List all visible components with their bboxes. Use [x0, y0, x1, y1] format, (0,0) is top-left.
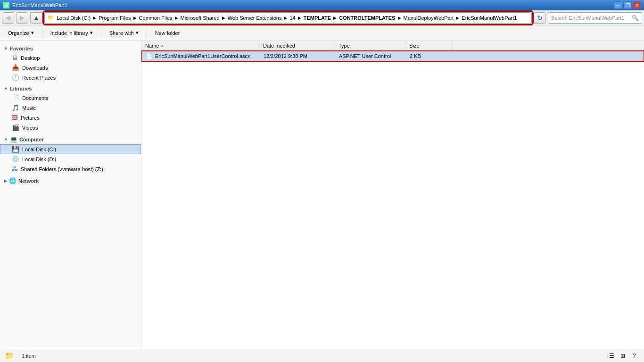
title-bar: 📁 EricSunManulWebPart1 ─ ❐ ✕ — [0, 0, 644, 10]
forward-button[interactable]: ▶ — [16, 12, 28, 24]
pictures-label: Pictures — [21, 115, 40, 121]
downloads-label: Downloads — [22, 65, 48, 71]
col-size-label: Size — [409, 43, 419, 49]
main-layout: ▼ Favorites 🖥 Desktop 📥 Downloads 🕐 Rece… — [0, 41, 644, 349]
status-item-count: 1 item — [22, 353, 36, 359]
network-arrow: ▶ — [4, 179, 7, 183]
col-header-size[interactable]: Size — [405, 41, 453, 50]
sidebar-item-local-d[interactable]: 💿 Local Disk (D:) — [0, 154, 141, 164]
restore-button[interactable]: ❐ — [623, 1, 632, 9]
network-section: ▶ 🌐 Network — [0, 176, 141, 186]
sidebar-item-documents[interactable]: 📄 Documents — [0, 93, 141, 103]
col-header-date[interactable]: Date modified — [259, 41, 335, 50]
sidebar-item-local-c[interactable]: 💾 Local Disk (C:) — [0, 144, 141, 154]
desktop-label: Desktop — [21, 55, 40, 61]
sidebar-item-downloads[interactable]: 📥 Downloads — [0, 63, 141, 73]
documents-icon: 📄 — [12, 94, 19, 101]
computer-header-label: Computer — [19, 137, 44, 142]
search-icon[interactable]: 🔍 — [632, 15, 639, 21]
file-date-cell: 12/2/2012 9:38 PM — [260, 52, 335, 60]
computer-header[interactable]: ▼ 💻 Computer — [0, 134, 141, 144]
sidebar-item-music[interactable]: 🎵 Music — [0, 103, 141, 113]
col-header-name[interactable]: Name ▲ — [141, 41, 259, 50]
computer-section: ▼ 💻 Computer 💾 Local Disk (C:) 💿 Local D… — [0, 134, 141, 174]
sidebar: ▼ Favorites 🖥 Desktop 📥 Downloads 🕐 Rece… — [0, 41, 141, 349]
favorites-header[interactable]: ▼ Favorites — [0, 44, 141, 53]
col-date-label: Date modified — [263, 43, 295, 49]
toolbar-separator-1 — [42, 28, 42, 38]
sidebar-item-recent[interactable]: 🕐 Recent Places — [0, 73, 141, 82]
music-icon: 🎵 — [12, 104, 19, 111]
include-label: Include in library — [50, 30, 88, 36]
organize-arrow: ▾ — [31, 30, 34, 36]
file-date-text: 12/2/2012 9:38 PM — [264, 53, 307, 59]
videos-icon: 🎬 — [12, 124, 19, 131]
status-bar: 📁 1 item ☰ ⊞ ? — [0, 349, 644, 362]
libraries-header-label: Libraries — [10, 86, 32, 91]
pictures-icon: 🖼 — [12, 114, 18, 121]
libraries-section: ▼ Libraries 📄 Documents 🎵 Music 🖼 Pictur… — [0, 84, 141, 132]
toolbar-separator-2 — [101, 28, 101, 38]
new-folder-button[interactable]: New folder — [151, 27, 184, 39]
libraries-arrow: ▼ — [4, 86, 8, 91]
include-library-button[interactable]: Include in library ▾ — [46, 27, 97, 39]
address-path[interactable]: 📁 Local Disk (C:)▶ Program Files▶ Common… — [44, 12, 532, 24]
refresh-button[interactable]: ↻ — [534, 12, 546, 24]
window-icon: 📁 — [3, 2, 9, 8]
close-button[interactable]: ✕ — [633, 1, 641, 9]
view-details-button[interactable]: ☰ — [606, 351, 617, 361]
view-controls: ☰ ⊞ ? — [606, 351, 639, 361]
shared-z-label: Shared Folders (\\vmware-host) (Z:) — [21, 166, 103, 172]
col-type-label: Type — [339, 43, 350, 49]
file-icon: 📄 — [146, 53, 153, 59]
col-name-label: Name — [145, 43, 159, 49]
window-title: EricSunManulWebPart1 — [12, 2, 67, 8]
file-size-text: 2 KB — [410, 53, 421, 59]
music-label: Music — [22, 105, 36, 111]
minimize-button[interactable]: ─ — [614, 1, 622, 9]
recent-icon: 🕐 — [12, 74, 19, 81]
search-box[interactable]: Search EricSunManulWebPart1 🔍 — [548, 12, 642, 24]
search-placeholder: Search EricSunManulWebPart1 — [551, 15, 632, 21]
drive-d-label: Local Disk (D:) — [22, 156, 56, 162]
computer-arrow: ▼ — [4, 137, 8, 142]
drive-c-icon: 💾 — [12, 146, 19, 153]
back-button[interactable]: ◀ — [2, 12, 14, 24]
view-tiles-button[interactable]: ⊞ — [618, 351, 628, 361]
file-type-text: ASP.NET User Control — [339, 53, 391, 59]
name-sort-arrow: ▲ — [160, 43, 164, 48]
toolbar: Organize ▾ Include in library ▾ Share wi… — [0, 25, 644, 41]
col-header-type[interactable]: Type — [335, 41, 405, 50]
favorites-section: ▼ Favorites 🖥 Desktop 📥 Downloads 🕐 Rece… — [0, 44, 141, 82]
content-area: Name ▲ Date modified Type Size 📄 EricSun… — [141, 41, 644, 349]
sidebar-item-desktop[interactable]: 🖥 Desktop — [0, 53, 141, 63]
libraries-header[interactable]: ▼ Libraries — [0, 84, 141, 93]
share-with-button[interactable]: Share with ▾ — [105, 27, 143, 39]
up-button[interactable]: ▲ — [30, 12, 42, 24]
status-folder-icon: 📁 — [5, 351, 14, 360]
share-label: Share with — [109, 30, 134, 36]
network-header[interactable]: ▶ 🌐 Network — [0, 176, 141, 186]
file-size-cell: 2 KB — [406, 52, 453, 60]
address-bar-area: ◀ ▶ ▲ 📁 Local Disk (C:)▶ Program Files▶ … — [0, 10, 644, 25]
videos-label: Videos — [22, 125, 38, 131]
sidebar-item-shared-z[interactable]: 🖧 Shared Folders (\\vmware-host) (Z:) — [0, 164, 141, 174]
file-name-text: EricSunManulWebPart1UserControl.ascx — [155, 53, 250, 59]
drive-d-icon: 💿 — [12, 156, 19, 163]
include-arrow: ▾ — [90, 30, 93, 36]
sidebar-item-pictures[interactable]: 🖼 Pictures — [0, 113, 141, 123]
recent-label: Recent Places — [22, 75, 56, 81]
file-name-cell: 📄 EricSunManulWebPart1UserControl.ascx — [142, 52, 260, 60]
network-group-icon: 🌐 — [9, 177, 17, 184]
table-row[interactable]: 📄 EricSunManulWebPart1UserControl.ascx 1… — [141, 51, 644, 61]
share-arrow: ▾ — [136, 30, 139, 36]
shared-z-icon: 🖧 — [12, 165, 18, 173]
view-help-button[interactable]: ? — [629, 351, 639, 361]
file-type-cell: ASP.NET User Control — [335, 52, 406, 60]
organize-button[interactable]: Organize ▾ — [4, 27, 38, 39]
sidebar-item-videos[interactable]: 🎬 Videos — [0, 123, 141, 132]
documents-label: Documents — [22, 95, 49, 101]
desktop-icon: 🖥 — [12, 54, 18, 61]
downloads-icon: 📥 — [12, 64, 19, 71]
organize-label: Organize — [8, 30, 29, 36]
